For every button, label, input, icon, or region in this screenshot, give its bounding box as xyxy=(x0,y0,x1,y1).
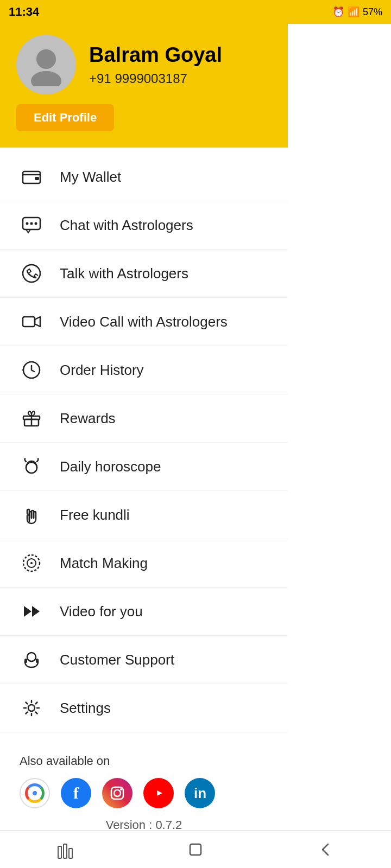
facebook-icon[interactable]: f xyxy=(61,778,91,808)
play-forward-icon xyxy=(20,599,43,623)
svg-text:in: in xyxy=(194,785,206,801)
svg-point-22 xyxy=(114,790,121,796)
menu-item-video-call[interactable]: Video Call with Astrologers xyxy=(0,298,288,346)
also-available-text: Also available on xyxy=(20,754,268,768)
settings-label: Settings xyxy=(60,700,111,717)
video-icon xyxy=(20,310,43,334)
menu-item-order-history[interactable]: Order History xyxy=(0,346,288,394)
svg-point-8 xyxy=(23,265,40,282)
home-button[interactable] xyxy=(179,838,212,861)
gear-icon xyxy=(20,696,43,720)
linkedin-icon[interactable]: in xyxy=(185,778,215,808)
profile-name: Balram Goyal xyxy=(89,43,222,67)
menu-item-rewards[interactable]: Rewards xyxy=(0,394,288,443)
chat-icon xyxy=(20,213,43,237)
social-section: Also available on f xyxy=(0,738,288,838)
alarm-icon: ⏰ xyxy=(332,6,344,18)
menu-container: My Wallet Chat with Astrologers xyxy=(0,148,288,738)
edit-profile-button[interactable]: Edit Profile xyxy=(16,104,114,131)
video-for-you-label: Video for you xyxy=(60,603,143,620)
svg-rect-19 xyxy=(36,659,39,663)
status-time: 11:34 xyxy=(9,5,39,19)
back-button[interactable] xyxy=(310,838,342,861)
nav-bar xyxy=(0,830,391,868)
video-call-label: Video Call with Astrologers xyxy=(60,314,228,330)
gift-icon xyxy=(20,406,43,430)
svg-rect-29 xyxy=(190,844,201,855)
svg-rect-26 xyxy=(58,846,61,858)
wallet-label: My Wallet xyxy=(60,169,121,186)
menu-item-chat[interactable]: Chat with Astrologers xyxy=(0,201,288,250)
daily-horoscope-label: Daily horoscope xyxy=(60,458,161,475)
svg-rect-28 xyxy=(69,848,72,858)
svg-point-7 xyxy=(35,222,37,225)
svg-point-17 xyxy=(27,653,36,661)
status-bar: 11:34 ⏰ 📶 57% xyxy=(0,0,391,24)
support-icon xyxy=(20,648,43,672)
social-icons-row: f xyxy=(20,778,268,808)
svg-rect-27 xyxy=(64,844,67,858)
menu-item-settings[interactable]: Settings xyxy=(0,684,288,732)
menu-item-talk[interactable]: Talk with Astrologers xyxy=(0,250,288,298)
chat-label: Chat with Astrologers xyxy=(60,217,193,234)
history-icon xyxy=(20,358,43,382)
menu-item-wallet[interactable]: My Wallet xyxy=(0,153,288,201)
profile-header: Balram Goyal +91 9999003187 Edit Profile xyxy=(0,24,288,148)
svg-point-0 xyxy=(36,49,56,69)
youtube-icon[interactable] xyxy=(143,778,174,808)
menu-item-video-for-you[interactable]: Video for you xyxy=(0,588,288,636)
svg-point-5 xyxy=(26,222,29,225)
menu-item-match-making[interactable]: Match Making xyxy=(0,539,288,588)
hand-icon xyxy=(20,503,43,527)
phone-icon xyxy=(20,261,43,285)
status-icons: ⏰ 📶 57% xyxy=(332,6,382,18)
menu-item-customer-support[interactable]: Customer Support xyxy=(0,636,288,684)
zodiac-icon xyxy=(20,455,43,478)
rewards-label: Rewards xyxy=(60,410,116,427)
svg-point-1 xyxy=(31,71,61,86)
instagram-icon[interactable] xyxy=(102,778,133,808)
order-history-label: Order History xyxy=(60,362,144,379)
wallet-icon xyxy=(20,165,43,189)
wifi-icon: 📶 xyxy=(348,6,360,18)
svg-point-16 xyxy=(30,562,33,564)
battery-text: 57% xyxy=(363,7,382,18)
free-kundli-label: Free kundli xyxy=(60,507,130,524)
svg-point-20 xyxy=(28,705,35,711)
menu-item-daily-horoscope[interactable]: Daily horoscope xyxy=(0,443,288,491)
match-icon xyxy=(20,551,43,575)
profile-phone: +91 9999003187 xyxy=(89,71,222,86)
recent-apps-button[interactable] xyxy=(49,838,81,861)
match-making-label: Match Making xyxy=(60,555,148,572)
svg-rect-18 xyxy=(24,659,27,663)
svg-rect-9 xyxy=(23,317,35,327)
avatar xyxy=(16,35,76,94)
svg-point-23 xyxy=(120,788,122,790)
svg-rect-3 xyxy=(35,177,39,180)
chrome-icon[interactable] xyxy=(20,778,50,808)
customer-support-label: Customer Support xyxy=(60,652,174,668)
talk-label: Talk with Astrologers xyxy=(60,265,188,282)
menu-item-free-kundli[interactable]: Free kundli xyxy=(0,491,288,539)
profile-info: Balram Goyal +91 9999003187 xyxy=(89,43,222,86)
svg-point-6 xyxy=(30,222,33,225)
